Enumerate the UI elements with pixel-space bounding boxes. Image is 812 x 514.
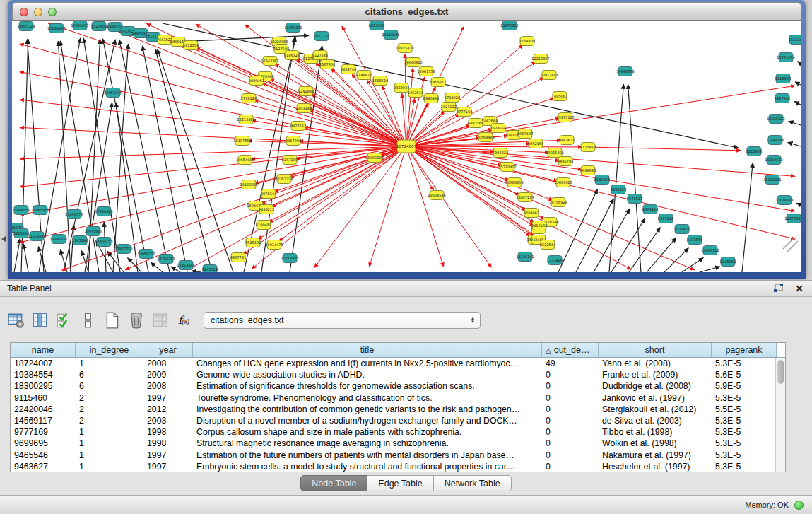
panel-collapse-arrow[interactable] (1, 236, 6, 242)
table-row[interactable]: 1872400712008Changes of HCN gene express… (11, 358, 775, 369)
table-row[interactable]: 2242004622012Investigating the contribut… (11, 404, 775, 415)
network-edge[interactable] (107, 251, 124, 272)
network-edge[interactable] (104, 222, 106, 272)
network-edge[interactable] (611, 218, 645, 272)
network-edge[interactable] (192, 271, 201, 272)
column-header-out_de[interactable]: △out_de… (542, 343, 599, 357)
function-builder-icon[interactable]: f(x) (178, 314, 189, 327)
node-label: 14136141 (516, 255, 534, 259)
network-edge[interactable] (682, 257, 703, 272)
column-header-pagerank[interactable]: pagerank (712, 343, 777, 357)
network-edge[interactable] (588, 147, 741, 151)
table-cell: Estimation of the future numbers of pati… (193, 450, 542, 461)
network-edge[interactable] (62, 146, 406, 270)
delete-column-icon[interactable] (126, 311, 147, 329)
network-edge[interactable] (700, 267, 720, 272)
table-selector-value: citations_edges.txt (211, 315, 284, 325)
tab-edge-table[interactable]: Edge Table (367, 475, 433, 491)
network-edge[interactable] (258, 146, 406, 240)
close-window-button[interactable] (20, 8, 28, 16)
node-label: 13342757 (49, 237, 67, 241)
network-edge[interactable] (788, 142, 801, 146)
column-header-year[interactable]: year (143, 343, 193, 357)
tab-node-table[interactable]: Node Table (300, 475, 367, 491)
table-panel-titlebar[interactable]: Table Panel ✕ (0, 280, 812, 297)
node-label: 8813054 (369, 23, 384, 28)
network-edge[interactable] (609, 84, 623, 272)
table-row[interactable]: 1456911722003Disruption of a novel membe… (11, 415, 775, 426)
table-vertical-scrollbar[interactable] (775, 358, 785, 472)
table-row[interactable]: 911546021997Tourette syndrome. Phenomeno… (11, 392, 775, 404)
network-window-titlebar[interactable]: citations_edges.txt (12, 2, 801, 21)
network-edge[interactable] (48, 23, 406, 146)
table-row[interactable]: 977716911998Corpus callosum shape and si… (11, 426, 775, 438)
float-panel-icon[interactable] (772, 283, 785, 294)
tab-network-table[interactable]: Network Table (434, 475, 512, 491)
table-cell: 6 (76, 380, 143, 392)
network-view-canvas[interactable]: 1405572420691406106532871527602646616010… (12, 21, 801, 272)
network-edge[interactable] (647, 238, 676, 272)
zoom-window-button[interactable] (48, 8, 57, 16)
table-cell: 5.3E-5 (712, 461, 775, 472)
select-all-icon[interactable] (54, 311, 75, 329)
table-cell: 1 (76, 426, 143, 438)
column-header-in_degree[interactable]: in_degree (76, 343, 143, 357)
table-cell: 6 (76, 369, 143, 380)
network-edge[interactable] (252, 146, 406, 269)
column-header-short[interactable]: short (599, 343, 712, 357)
network-edge[interactable] (406, 146, 444, 267)
node-label: 18107554 (233, 139, 251, 143)
table-row[interactable]: 1938455462009Genome-wide association stu… (11, 369, 775, 380)
network-edge[interactable] (742, 163, 753, 272)
table-cell: Embryonic stem cells: a model to study s… (193, 461, 542, 472)
network-edge[interactable] (794, 102, 801, 105)
network-edge[interactable] (151, 262, 163, 272)
window-resize-grip[interactable] (783, 238, 798, 252)
table-cell: Wolkin et al. (1998) (599, 438, 712, 449)
delete-table-icon[interactable] (150, 311, 171, 329)
table-row[interactable]: 969969511998Structural magnetic resonanc… (11, 438, 775, 449)
new-column-icon[interactable] (102, 311, 123, 329)
network-edge[interactable] (797, 62, 801, 64)
network-edge[interactable] (14, 238, 20, 272)
node-label: 19756928 (549, 200, 567, 204)
network-edge[interactable] (796, 203, 801, 205)
minimize-window-button[interactable] (34, 8, 42, 16)
network-edge[interactable] (406, 146, 795, 176)
network-edge[interactable] (406, 146, 582, 147)
network-edge[interactable] (576, 199, 613, 272)
show-column-icon[interactable] (30, 311, 51, 329)
table-options-icon[interactable] (6, 311, 27, 329)
network-edge[interactable] (20, 146, 406, 243)
node-label: 13975125 (556, 115, 574, 119)
network-edge[interactable] (163, 23, 739, 148)
network-graph[interactable]: 1405572420691406106532871527602646616010… (12, 21, 801, 272)
node-label: 10654112 (701, 248, 719, 252)
network-edge[interactable] (789, 121, 801, 125)
table-row[interactable]: 946362711997Embryonic stem cells: a mode… (11, 461, 775, 472)
table-body: 1872400712008Changes of HCN gene express… (11, 358, 775, 472)
column-header-title[interactable]: title (193, 343, 542, 357)
network-edge[interactable] (594, 209, 630, 272)
network-edge[interactable] (406, 146, 795, 239)
network-edge[interactable] (795, 82, 801, 85)
clear-selection-icon[interactable] (78, 311, 99, 329)
table-cell: 22420046 (11, 404, 76, 415)
node-label: 9227342 (775, 96, 790, 100)
status-bar: Memory: OK (0, 495, 812, 514)
table-row[interactable]: 946554611997Estimation of the future num… (11, 450, 775, 461)
close-panel-icon[interactable]: ✕ (795, 284, 804, 293)
network-edge[interactable] (128, 258, 141, 272)
network-edge[interactable] (143, 46, 187, 272)
column-header-name[interactable]: name (11, 343, 76, 357)
node-label: 9242844 (298, 89, 314, 93)
network-edge[interactable] (155, 49, 212, 272)
table-row[interactable]: 1830029562008Estimation of significance … (11, 380, 775, 392)
network-edge[interactable] (20, 44, 406, 146)
table-selector-dropdown[interactable]: citations_edges.txt ▲▼ (204, 312, 481, 329)
network-edge[interactable] (23, 244, 28, 272)
network-edge[interactable] (243, 146, 406, 255)
network-edge[interactable] (664, 248, 688, 272)
scrollbar-thumb[interactable] (777, 360, 784, 384)
network-edge[interactable] (629, 228, 660, 272)
